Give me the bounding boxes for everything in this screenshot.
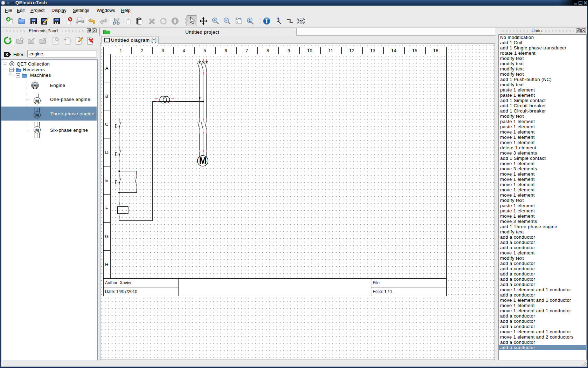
svg-text:11: 11 — [328, 48, 333, 53]
svg-text:G: G — [105, 234, 108, 239]
svg-text:16: 16 — [433, 48, 438, 53]
svg-text:8: 8 — [266, 48, 269, 53]
svg-text:Date: 14/07/2010: Date: 14/07/2010 — [105, 289, 137, 294]
svg-text:1: 1 — [119, 48, 122, 53]
svg-text:2: 2 — [140, 48, 143, 53]
svg-text:A: A — [105, 66, 108, 71]
svg-text:E: E — [105, 178, 108, 183]
svg-text:6: 6 — [224, 48, 227, 53]
svg-text:5: 5 — [203, 48, 206, 53]
svg-text:15: 15 — [412, 48, 417, 53]
svg-text:H: H — [105, 262, 108, 267]
svg-text:D: D — [105, 150, 108, 155]
svg-text:ab: ab — [299, 19, 303, 23]
svg-text:C: C — [105, 122, 108, 127]
svg-text:13: 13 — [370, 48, 375, 53]
svg-text:Folio: 1 / 1: Folio: 1 / 1 — [373, 289, 392, 294]
svg-text:7: 7 — [245, 48, 248, 53]
svg-text:9: 9 — [287, 48, 290, 53]
svg-text:F: F — [105, 206, 108, 211]
svg-text:1: 1 — [248, 18, 251, 22]
svg-text:14: 14 — [391, 48, 396, 53]
svg-text:10: 10 — [307, 48, 312, 53]
svg-text:File:: File: — [373, 280, 381, 285]
svg-text:4: 4 — [182, 48, 185, 53]
svg-text:3: 3 — [161, 48, 164, 53]
svg-text:Author: Xavier: Author: Xavier — [105, 280, 132, 285]
svg-text:B: B — [105, 94, 108, 99]
svg-text:M: M — [199, 156, 206, 165]
svg-text:12: 12 — [349, 48, 354, 53]
